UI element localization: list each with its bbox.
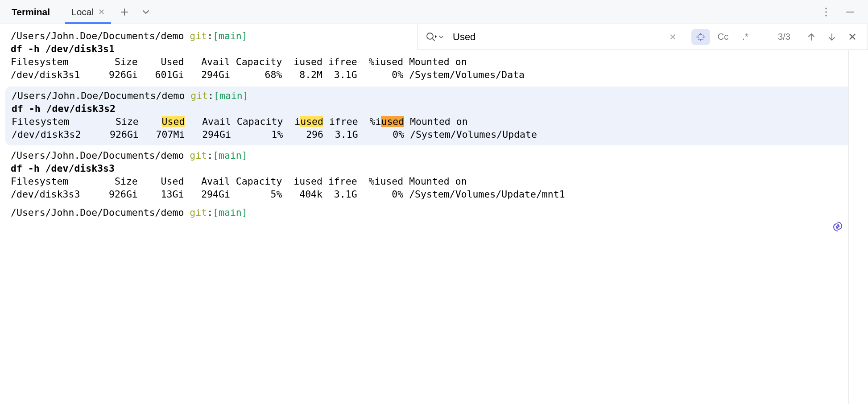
git-label: git — [190, 30, 207, 41]
prompt-path: /Users/John.Doe/Documents/demo — [11, 150, 184, 161]
search-count: 3/3 — [773, 32, 795, 42]
kebab-icon[interactable] — [821, 7, 831, 17]
git-branch: [main] — [214, 90, 248, 101]
command-block[interactable]: /Users/John.Doe/Documents/demo git:[main… — [5, 87, 863, 145]
output-header: Filesystem Size Used Avail Capacity iuse… — [11, 55, 857, 68]
topbar-right — [821, 7, 864, 17]
git-branch: [main] — [213, 150, 248, 161]
git-branch: [main] — [213, 30, 248, 41]
terminal-topbar: Terminal Local ✕ — [0, 0, 868, 24]
svg-point-0 — [825, 8, 827, 9]
tab-label: Local — [71, 7, 94, 17]
minimize-icon[interactable] — [845, 7, 856, 17]
prompt-path: /Users/John.Doe/Documents/demo — [11, 30, 184, 41]
clear-search-icon[interactable]: ✕ — [669, 32, 677, 42]
app-title: Terminal — [4, 7, 57, 17]
git-branch: [main] — [213, 207, 248, 218]
command-block[interactable]: /Users/John.Doe/Documents/demo git:[main… — [0, 147, 868, 204]
tab-active-indicator — [65, 22, 111, 24]
search-field: ✕ — [418, 24, 684, 49]
tab-local[interactable]: Local ✕ — [65, 0, 111, 24]
git-label: git — [190, 207, 207, 218]
search-nav: 3/3 ✕ — [762, 24, 868, 49]
prompt-path: /Users/John.Doe/Documents/demo — [12, 90, 185, 101]
svg-point-1 — [825, 11, 827, 13]
command-text: df -h /dev/disk3s2 — [12, 102, 856, 115]
search-icon[interactable] — [425, 31, 437, 43]
current-prompt[interactable]: /Users/John.Doe/Documents/demo git:[main… — [0, 204, 868, 223]
prev-match-icon[interactable] — [807, 33, 816, 41]
output-header: Filesystem Size Used Avail Capacity iuse… — [11, 175, 857, 188]
new-tab-icon[interactable] — [119, 7, 130, 17]
prompt-path: /Users/John.Doe/Documents/demo — [11, 207, 184, 218]
next-match-icon[interactable] — [827, 33, 836, 41]
svg-point-3 — [427, 33, 433, 39]
search-dropdown-icon[interactable] — [438, 34, 444, 40]
ai-swirl-icon[interactable] — [831, 220, 844, 233]
close-icon[interactable]: ✕ — [98, 7, 105, 17]
terminal-main: ✕ Cc .* 3/3 ✕ — [0, 24, 868, 404]
tab-actions — [119, 7, 151, 17]
git-label: git — [190, 90, 208, 101]
output-header: Filesystem Size Used Avail Capacity iuse… — [12, 115, 856, 128]
output-row: /dev/disk3s2 926Gi 707Mi 294Gi 1% 296 3.… — [12, 128, 856, 141]
search-bar: ✕ Cc .* 3/3 ✕ — [417, 24, 868, 50]
search-options: Cc .* — [684, 24, 762, 49]
search-input[interactable] — [453, 31, 660, 43]
svg-rect-4 — [699, 34, 703, 39]
regex-button[interactable]: .* — [736, 29, 755, 45]
git-label: git — [190, 150, 207, 161]
terminal-output[interactable]: /Users/John.Doe/Documents/demo git:[main… — [0, 24, 868, 226]
search-scope-icon[interactable] — [691, 29, 710, 45]
output-row: /dev/disk3s3 926Gi 13Gi 294Gi 5% 404k 3.… — [11, 188, 857, 201]
close-search-icon[interactable]: ✕ — [848, 31, 857, 43]
svg-point-2 — [825, 15, 827, 16]
match-case-button[interactable]: Cc — [714, 29, 732, 45]
command-text: df -h /dev/disk3s3 — [11, 162, 857, 175]
tab-dropdown-icon[interactable] — [141, 7, 151, 17]
output-row: /dev/disk3s1 926Gi 601Gi 294Gi 68% 8.2M … — [11, 68, 857, 81]
